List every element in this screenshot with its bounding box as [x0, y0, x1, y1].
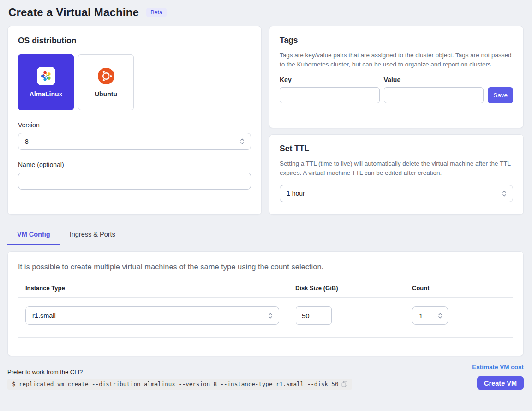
page-footer: Prefer to work from the CLI? $ replicate…	[7, 362, 524, 390]
instance-type-select[interactable]: r1.small	[25, 306, 279, 325]
vm-config-note: It is possible to create multiple virtua…	[18, 262, 513, 271]
cli-section: Prefer to work from the CLI? $ replicate…	[7, 362, 472, 390]
disk-size-input[interactable]	[296, 306, 332, 325]
count-stepper[interactable]: 1	[412, 306, 448, 325]
table-header-divider	[18, 297, 513, 298]
vm-table-row: r1.small 1	[18, 306, 513, 325]
count-value: 1	[419, 312, 423, 320]
tag-value-input[interactable]	[384, 87, 484, 103]
copy-icon[interactable]	[341, 381, 348, 387]
tag-value-label: Value	[384, 76, 484, 83]
estimate-vm-cost-link[interactable]: Estimate VM cost	[472, 363, 524, 370]
version-select-value: 8	[25, 138, 29, 145]
chevron-updown-icon	[437, 312, 443, 320]
os-distribution-card: OS distribution	[7, 26, 262, 215]
page-header: Create a Virtual Machine Beta	[7, 6, 524, 19]
almalinux-tile-label: AlmaLinux	[30, 90, 63, 98]
ttl-select-value: 1 hour	[287, 190, 305, 197]
almalinux-logo-icon	[37, 67, 55, 85]
chevron-updown-icon	[239, 137, 245, 145]
instance-type-cell: r1.small	[25, 306, 295, 325]
os-card-title: OS distribution	[18, 36, 251, 46]
count-cell: 1	[412, 306, 513, 325]
version-select[interactable]: 8	[18, 133, 251, 150]
distribution-tile-ubuntu[interactable]: Ubuntu	[78, 54, 134, 110]
ubuntu-logo-icon	[98, 67, 114, 85]
ttl-description: Setting a TTL (time to live) will automa…	[280, 159, 513, 178]
tag-key-label: Key	[280, 76, 380, 83]
name-input[interactable]	[18, 173, 251, 190]
disk-size-cell	[295, 306, 412, 325]
tags-description: Tags are key/value pairs that are assign…	[280, 51, 513, 70]
tab-ingress-ports[interactable]: Ingress & Ports	[60, 227, 125, 245]
beta-badge: Beta	[146, 8, 167, 18]
name-label: Name (optional)	[18, 161, 251, 168]
chevron-updown-icon	[502, 190, 507, 197]
ttl-select[interactable]: 1 hour	[280, 185, 513, 202]
instance-type-value: r1.small	[32, 312, 56, 319]
column-header-disk-size: Disk Size (GiB)	[295, 285, 412, 292]
vm-config-card: It is possible to create multiple virtua…	[7, 251, 524, 356]
tag-key-input[interactable]	[280, 87, 380, 103]
distribution-tiles: AlmaLinux	[18, 54, 251, 110]
create-vm-page: Create a Virtual Machine Beta OS distrib…	[0, 0, 532, 390]
ubuntu-tile-label: Ubuntu	[95, 90, 117, 98]
tag-key-field: Key	[280, 76, 380, 103]
tags-card-title: Tags	[280, 36, 513, 45]
table-row-divider	[18, 337, 513, 338]
tags-form: Key Value Save	[280, 76, 513, 103]
actions-section: Estimate VM cost Create VM	[472, 362, 524, 390]
tab-vm-config[interactable]: VM Config	[7, 227, 60, 245]
cli-prompt-text: Prefer to work from the CLI?	[7, 369, 472, 375]
set-ttl-card: Set TTL Setting a TTL (time to live) wil…	[269, 134, 524, 215]
cli-command-text: $ replicated vm create --distribution al…	[12, 381, 338, 387]
create-vm-button[interactable]: Create VM	[477, 376, 524, 390]
column-header-instance-type: Instance Type	[25, 285, 295, 292]
config-tabs: VM Config Ingress & Ports	[7, 227, 524, 245]
tag-value-field: Value	[384, 76, 484, 103]
version-label: Version	[18, 121, 251, 129]
cli-command-bar: $ replicated vm create --distribution al…	[7, 379, 352, 390]
tags-card: Tags Tags are key/value pairs that are a…	[269, 26, 524, 128]
ttl-card-title: Set TTL	[280, 144, 513, 154]
page-title: Create a Virtual Machine	[8, 6, 139, 19]
top-cards-grid: OS distribution	[7, 26, 524, 215]
vm-table-header: Instance Type Disk Size (GiB) Count	[18, 285, 513, 292]
save-tag-button[interactable]: Save	[488, 87, 513, 103]
chevron-updown-icon	[268, 312, 273, 320]
distribution-tile-almalinux[interactable]: AlmaLinux	[18, 54, 74, 110]
column-header-count: Count	[412, 285, 513, 292]
